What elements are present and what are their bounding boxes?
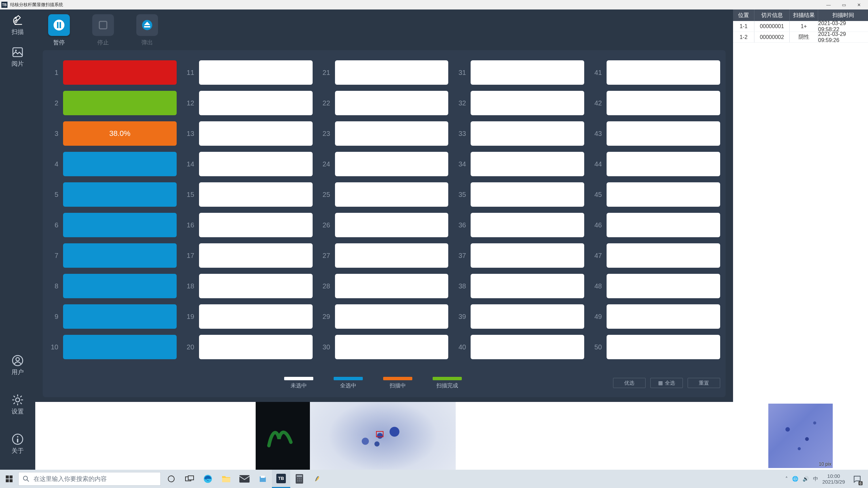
slot-tile[interactable] xyxy=(607,274,720,298)
slot-28[interactable]: 28 xyxy=(320,274,449,298)
slot-tile[interactable] xyxy=(199,243,313,268)
tray-network-icon[interactable]: 🌐 xyxy=(792,476,798,482)
slot-44[interactable]: 44 xyxy=(592,152,720,176)
slot-tile[interactable] xyxy=(63,335,177,359)
window-close-button[interactable]: ✕ xyxy=(851,0,867,9)
slot-45[interactable]: 45 xyxy=(592,182,720,207)
slot-24[interactable]: 24 xyxy=(320,152,449,176)
slot-17[interactable]: 17 xyxy=(184,243,313,268)
tray-notifications[interactable]: 6 xyxy=(849,470,865,488)
slot-tile[interactable] xyxy=(335,274,449,298)
slot-tile[interactable] xyxy=(471,213,584,237)
slot-tile[interactable] xyxy=(199,60,313,85)
task-cortana[interactable] xyxy=(162,470,180,488)
slot-47[interactable]: 47 xyxy=(592,243,720,268)
slot-tile[interactable] xyxy=(471,121,584,146)
task-explorer[interactable] xyxy=(217,470,235,488)
slot-4[interactable]: 4 xyxy=(48,152,177,176)
slot-49[interactable]: 49 xyxy=(592,304,720,329)
slot-tile[interactable] xyxy=(199,213,313,237)
pause-button[interactable]: 暂停 xyxy=(45,14,73,46)
tray-chevron-icon[interactable]: ˄ xyxy=(785,476,788,482)
slot-tile[interactable] xyxy=(199,335,313,359)
slot-32[interactable]: 32 xyxy=(456,91,584,115)
start-button[interactable] xyxy=(0,470,18,488)
slot-31[interactable]: 31 xyxy=(456,60,584,85)
slot-tile[interactable] xyxy=(607,213,720,237)
slot-27[interactable]: 27 xyxy=(320,243,449,268)
slot-10[interactable]: 10 xyxy=(48,335,177,359)
slot-tile[interactable] xyxy=(335,335,449,359)
tray-ime[interactable]: 中 xyxy=(813,476,818,482)
slot-tile[interactable] xyxy=(199,121,313,146)
slot-tile[interactable] xyxy=(63,274,177,298)
slot-tile[interactable] xyxy=(471,60,584,85)
slot-1[interactable]: 1 xyxy=(48,60,177,85)
slot-tile[interactable] xyxy=(607,304,720,329)
slot-tile[interactable] xyxy=(335,213,449,237)
slot-tile[interactable]: 38.0% xyxy=(63,121,177,146)
result-row[interactable]: 1-1000000011+2021-03-29 09:58:22 xyxy=(733,21,868,32)
slot-tile[interactable] xyxy=(335,243,449,268)
window-maximize-button[interactable]: ▭ xyxy=(836,0,851,9)
window-minimize-button[interactable]: ― xyxy=(821,0,836,9)
slot-30[interactable]: 30 xyxy=(320,335,449,359)
slot-20[interactable]: 20 xyxy=(184,335,313,359)
result-row[interactable]: 1-200000002阴性2021-03-29 09:59:26 xyxy=(733,32,868,43)
slot-34[interactable]: 34 xyxy=(456,152,584,176)
slot-tile[interactable] xyxy=(607,60,720,85)
slot-tile[interactable] xyxy=(335,304,449,329)
slot-tile[interactable] xyxy=(63,91,177,115)
slot-tile[interactable] xyxy=(471,304,584,329)
slot-tile[interactable] xyxy=(471,335,584,359)
slot-tile[interactable] xyxy=(63,243,177,268)
rail-about[interactable]: 关于 xyxy=(6,432,29,455)
slot-48[interactable]: 48 xyxy=(592,274,720,298)
stop-button[interactable]: 停止 xyxy=(90,14,117,46)
slot-16[interactable]: 16 xyxy=(184,213,313,237)
slot-50[interactable]: 50 xyxy=(592,335,720,359)
slot-tile[interactable] xyxy=(471,243,584,268)
task-calculator[interactable] xyxy=(290,470,309,488)
reset-button[interactable]: 重置 xyxy=(688,378,720,388)
rail-settings[interactable]: 设置 xyxy=(6,392,29,415)
slot-43[interactable]: 43 xyxy=(592,121,720,146)
slot-5[interactable]: 5 xyxy=(48,182,177,207)
tray-clock[interactable]: 10:00 2021/3/29 xyxy=(822,473,845,485)
slot-13[interactable]: 13 xyxy=(184,121,313,146)
slot-23[interactable]: 23 xyxy=(320,121,449,146)
slot-26[interactable]: 26 xyxy=(320,213,449,237)
slot-tile[interactable] xyxy=(335,152,449,176)
slot-8[interactable]: 8 xyxy=(48,274,177,298)
task-tb-app[interactable]: TB xyxy=(272,470,290,488)
slot-42[interactable]: 42 xyxy=(592,91,720,115)
slot-11[interactable]: 11 xyxy=(184,60,313,85)
slot-6[interactable]: 6 xyxy=(48,213,177,237)
eject-button[interactable]: 弹出 xyxy=(134,14,161,46)
slot-tile[interactable] xyxy=(335,121,449,146)
slot-12[interactable]: 12 xyxy=(184,91,313,115)
slot-tile[interactable] xyxy=(335,60,449,85)
slot-18[interactable]: 18 xyxy=(184,274,313,298)
slot-19[interactable]: 19 xyxy=(184,304,313,329)
rail-scan[interactable]: 扫描 xyxy=(6,13,29,36)
rail-user[interactable]: 用户 xyxy=(6,353,29,376)
slot-tile[interactable] xyxy=(471,91,584,115)
slot-36[interactable]: 36 xyxy=(456,213,584,237)
task-app2[interactable] xyxy=(309,470,327,488)
slot-tile[interactable] xyxy=(607,152,720,176)
select-all-button[interactable]: ▦全选 xyxy=(650,378,683,388)
slot-tile[interactable] xyxy=(471,152,584,176)
slot-tile[interactable] xyxy=(199,274,313,298)
slot-15[interactable]: 15 xyxy=(184,182,313,207)
task-edge[interactable] xyxy=(199,470,217,488)
preferred-button[interactable]: 优选 xyxy=(613,378,646,388)
slot-41[interactable]: 41 xyxy=(592,60,720,85)
slot-tile[interactable] xyxy=(199,152,313,176)
slot-29[interactable]: 29 xyxy=(320,304,449,329)
slot-38[interactable]: 38 xyxy=(456,274,584,298)
rail-view[interactable]: 阅片 xyxy=(6,45,29,68)
slot-tile[interactable] xyxy=(63,304,177,329)
slot-39[interactable]: 39 xyxy=(456,304,584,329)
slot-2[interactable]: 2 xyxy=(48,91,177,115)
